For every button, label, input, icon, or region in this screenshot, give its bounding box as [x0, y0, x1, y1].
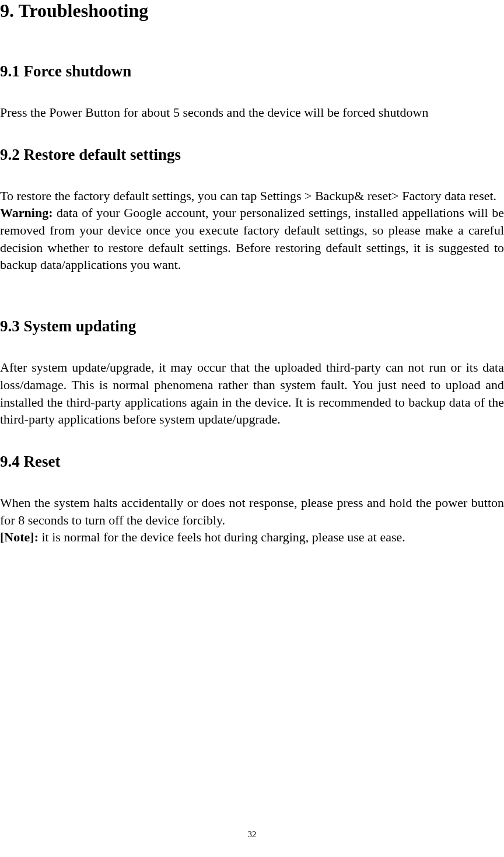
section-9-1-heading: 9.1 Force shutdown [0, 62, 504, 81]
page-content: 9. Troubleshooting 9.1 Force shutdown Pr… [0, 0, 504, 546]
section-9-1-body: Press the Power Button for about 5 secon… [0, 104, 504, 121]
note-body: it is normal for the device feels hot du… [38, 530, 405, 544]
warning-body: data of your Google account, your person… [0, 205, 504, 272]
warning-label: Warning: [0, 205, 52, 220]
note-label: [Note]: [0, 530, 38, 544]
reset-body: When the system halts accidentally or do… [0, 495, 504, 527]
section-9-2-intro: To restore the factory default settings,… [0, 187, 504, 205]
section-9-3-heading: 9.3 System updating [0, 317, 504, 335]
chapter-heading: 9. Troubleshooting [0, 0, 504, 22]
section-9-4-body: When the system halts accidentally or do… [0, 494, 504, 546]
section-9-2-warning: Warning: data of your Google account, yo… [0, 204, 504, 274]
section-9-3-body: After system update/upgrade, it may occu… [0, 359, 504, 428]
document-page: 9. Troubleshooting 9.1 Force shutdown Pr… [0, 0, 504, 857]
page-number: 32 [0, 830, 504, 839]
section-9-2-heading: 9.2 Restore default settings [0, 146, 504, 164]
section-9-4-heading: 9.4 Reset [0, 453, 504, 471]
